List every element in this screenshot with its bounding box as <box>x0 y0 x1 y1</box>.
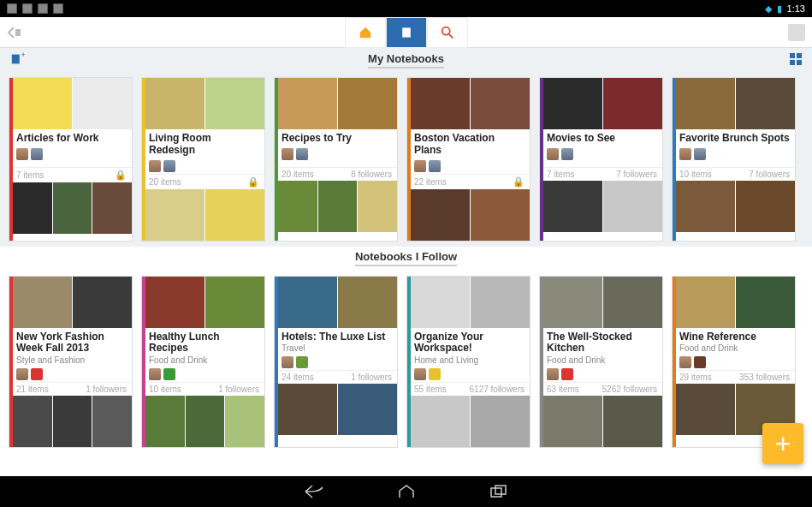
cover-collage-top <box>9 277 132 328</box>
notebook-meta: 20 items🔒 <box>142 174 264 189</box>
followed-notebooks-row[interactable]: New York Fashion Week Fall 2013Style and… <box>0 271 812 454</box>
avatar <box>296 356 308 368</box>
cover-image <box>543 78 602 129</box>
cover-image <box>205 78 264 129</box>
notebook-card[interactable]: Organize Your Workspace!Home and Living5… <box>406 276 530 449</box>
notebook-meta: 29 items353 followers <box>673 370 795 384</box>
notebook-card[interactable]: Healthy Lunch RecipesFood and Drink10 it… <box>141 276 265 449</box>
avatar <box>163 368 175 380</box>
statusbar-right: ◆ ▮ 1:13 <box>765 3 805 15</box>
notebook-title: Wine Reference <box>679 331 790 343</box>
add-fab[interactable]: + <box>762 423 803 464</box>
menu-button[interactable] <box>788 24 805 41</box>
back-button[interactable] <box>0 24 31 41</box>
notebook-card[interactable]: Recipes to Try20 items8 followers <box>274 77 398 242</box>
notebook-card[interactable]: Favorite Brunch Spots10 items7 followers <box>672 77 796 242</box>
card-body: Hotels: The Luxe ListTravel <box>275 328 397 371</box>
notebook-card[interactable]: Boston Vacation Plans22 items🔒 <box>406 77 530 242</box>
avatar-row <box>414 160 525 172</box>
notebook-spine <box>673 277 676 448</box>
cover-image <box>73 277 132 328</box>
svg-text:+: + <box>21 51 26 59</box>
avatar-row <box>282 356 392 368</box>
cover-image <box>53 182 92 234</box>
avatar <box>429 160 441 172</box>
notebook-title: Living Room Redesign <box>149 133 259 157</box>
my-notebooks-row[interactable]: Articles for Work7 items🔒Living Room Red… <box>0 72 812 247</box>
cover-image <box>145 277 204 328</box>
item-count: 7 items <box>16 170 44 180</box>
nav-recent[interactable] <box>487 483 511 500</box>
notebook-card[interactable]: Movies to See7 items7 followers <box>539 77 663 242</box>
avatar <box>282 356 293 368</box>
cover-collage-top <box>407 78 530 129</box>
avatar-row <box>149 368 259 380</box>
notebook-meta: 7 items🔒 <box>9 167 132 182</box>
cover-image <box>676 78 735 129</box>
cover-image <box>471 277 530 328</box>
nav-home[interactable] <box>394 483 418 500</box>
cover-image <box>145 78 204 129</box>
notebook-spine <box>9 277 13 448</box>
avatar <box>679 148 691 160</box>
avatar <box>414 160 426 172</box>
card-body: The Well-Stocked KitchenFood and Drink <box>540 328 662 383</box>
avatar-row <box>547 148 657 160</box>
avatar <box>561 368 573 380</box>
cover-image <box>736 181 795 232</box>
notebook-card[interactable]: Hotels: The Luxe ListTravel24 items1 fol… <box>274 276 398 449</box>
notebook-card[interactable]: Wine ReferenceFood and Drink29 items353 … <box>672 276 796 449</box>
cover-image <box>543 277 602 328</box>
tab-home[interactable] <box>345 17 386 48</box>
notif-icon <box>22 3 33 14</box>
lock-icon: 🔒 <box>513 176 525 188</box>
item-count: 29 items <box>679 373 712 382</box>
avatar-row <box>149 160 259 172</box>
cover-collage-bottom <box>142 189 264 241</box>
add-notebook-icon[interactable]: + <box>10 51 26 70</box>
cover-collage-top <box>275 277 397 328</box>
notebook-title: Articles for Work <box>16 133 127 145</box>
notebook-title: Recipes to Try <box>282 133 392 145</box>
item-count: 24 items <box>282 373 314 382</box>
notebook-card[interactable]: New York Fashion Week Fall 2013Style and… <box>9 276 133 449</box>
cover-image <box>736 78 795 129</box>
notebook-meta: 7 items7 followers <box>540 167 662 181</box>
svg-rect-6 <box>491 488 501 497</box>
tab-search[interactable] <box>427 17 468 48</box>
card-body: Living Room Redesign <box>142 129 264 174</box>
card-body: Organize Your Workspace!Home and Living <box>407 328 530 383</box>
avatar <box>282 148 293 160</box>
svg-rect-7 <box>495 486 506 494</box>
cover-collage-bottom <box>275 181 397 232</box>
notebook-spine <box>275 78 278 241</box>
cover-image <box>13 396 52 447</box>
follower-count: 1 followers <box>86 385 127 394</box>
cover-image <box>543 396 602 447</box>
avatar-row <box>679 356 790 368</box>
cover-image <box>603 277 662 328</box>
cover-collage-bottom <box>407 189 530 241</box>
cover-collage-top <box>540 78 662 129</box>
item-count: 10 items <box>149 385 181 394</box>
cover-collage-bottom <box>540 396 662 447</box>
notebook-title: Boston Vacation Plans <box>414 133 525 157</box>
item-count: 10 items <box>679 170 712 179</box>
notebook-category: Home and Living <box>414 355 525 365</box>
nav-back[interactable] <box>302 483 326 500</box>
avatar <box>31 368 43 380</box>
cover-collage-top <box>407 277 530 328</box>
cover-image <box>736 277 795 328</box>
notebook-card[interactable]: Living Room Redesign20 items🔒 <box>141 77 265 242</box>
grid-view-icon[interactable] <box>790 53 802 65</box>
cover-image <box>278 384 337 435</box>
section-title: Notebooks I Follow <box>355 250 457 266</box>
notebook-card[interactable]: Articles for Work7 items🔒 <box>9 77 133 242</box>
avatar <box>149 368 161 380</box>
tab-notebooks[interactable] <box>386 17 427 48</box>
notebook-card[interactable]: The Well-Stocked KitchenFood and Drink63… <box>539 276 663 449</box>
android-statusbar: ◆ ▮ 1:13 <box>0 0 812 17</box>
cover-image <box>603 78 662 129</box>
card-body: Movies to See <box>540 129 662 167</box>
notebook-meta: 22 items🔒 <box>407 174 530 189</box>
